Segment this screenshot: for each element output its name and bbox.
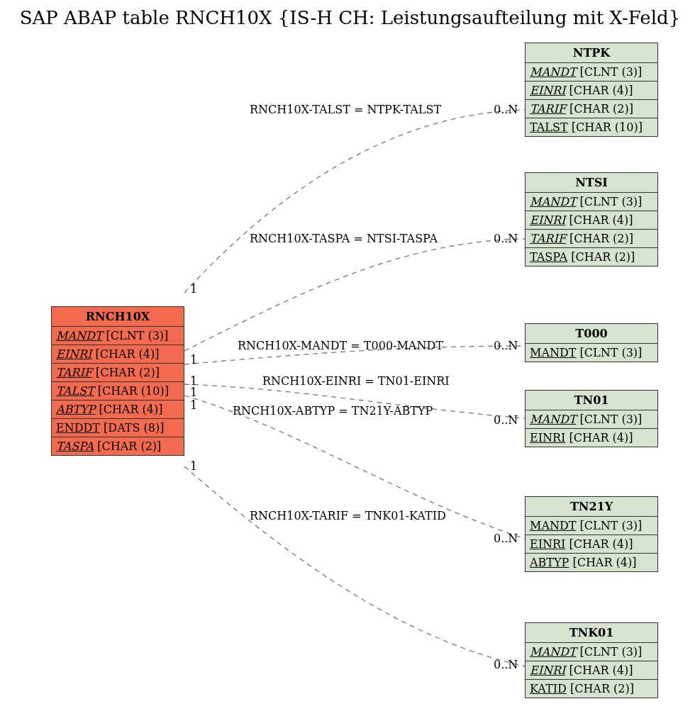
field-row: MANDT [CLNT (3)] <box>526 63 657 82</box>
relation-label: RNCH10X-TASPA = NTSI-TASPA <box>250 232 438 245</box>
field-row: ABTYP [CHAR (4)] <box>526 554 657 571</box>
entity-rnch10x: RNCH10X MANDT [CLNT (3)] EINRI [CHAR (4)… <box>51 306 184 456</box>
entity-tn01: TN01 MANDT [CLNT (3)] EINRI [CHAR (4)] <box>525 390 658 447</box>
relation-label: RNCH10X-TALST = NTPK-TALST <box>250 103 441 116</box>
field-row: EINRI [CHAR (4)] <box>526 82 657 100</box>
cardinality-one: 1 <box>190 353 197 366</box>
field-row: TARIF [CHAR (2)] <box>526 230 657 248</box>
diagram-title: SAP ABAP table RNCH10X {IS-H CH: Leistun… <box>0 7 700 28</box>
cardinality-many: 0..N <box>494 103 518 116</box>
field-row: MANDT [CLNT (3)] <box>526 193 657 211</box>
relation-label: RNCH10X-EINRI = TN01-EINRI <box>262 374 450 388</box>
field-row: EINRI [CHAR (4)] <box>526 429 657 447</box>
relation-label: RNCH10X-ABTYP = TN21Y-ABTYP <box>233 404 433 418</box>
entity-header: NTSI <box>526 173 657 193</box>
field-row: KATID [CHAR (2)] <box>526 680 657 698</box>
field-row: EINRI [CHAR (4)] <box>526 661 657 680</box>
cardinality-one: 1 <box>190 459 197 473</box>
field-row: TALST [CHAR (10)] <box>526 118 657 136</box>
field-row: TASPA [CHAR (2)] <box>526 248 657 266</box>
field-row: MANDT [CLNT (3)] <box>526 344 657 362</box>
relation-label: RNCH10X-MANDT = T000-MANDT <box>238 339 443 352</box>
entity-header: T000 <box>526 324 657 344</box>
cardinality-many: 0..N <box>494 339 518 352</box>
relation-label: RNCH10X-TARIF = TNK01-KATID <box>250 509 446 522</box>
entity-t000: T000 MANDT [CLNT (3)] <box>525 323 658 362</box>
entity-ntpk: NTPK MANDT [CLNT (3)] EINRI [CHAR (4)] T… <box>525 43 658 137</box>
field-row: TARIF [CHAR (2)] <box>526 100 657 118</box>
field-row: MANDT [CLNT (3)] <box>526 517 657 535</box>
entity-ntsi: NTSI MANDT [CLNT (3)] EINRI [CHAR (4)] T… <box>525 172 658 267</box>
field-row: TASPA [CHAR (2)] <box>52 437 184 455</box>
entity-header: TN21Y <box>526 497 657 517</box>
field-row: ENDDT [DATS (8)] <box>52 419 184 437</box>
entity-header: RNCH10X <box>52 307 184 327</box>
cardinality-many: 0..N <box>494 532 518 545</box>
field-row: MANDT [CLNT (3)] <box>52 327 184 345</box>
field-row: EINRI [CHAR (4)] <box>526 535 657 554</box>
cardinality-many: 0..N <box>494 232 518 245</box>
diagram-canvas: SAP ABAP table RNCH10X {IS-H CH: Leistun… <box>0 0 700 728</box>
cardinality-one: 1 <box>190 282 197 296</box>
field-row: TALST [CHAR (10)] <box>52 382 184 401</box>
field-row: MANDT [CLNT (3)] <box>526 410 657 429</box>
cardinality-many: 0..N <box>494 413 518 427</box>
entity-tn21y: TN21Y MANDT [CLNT (3)] EINRI [CHAR (4)] … <box>525 496 658 572</box>
cardinality-many: 0..N <box>494 658 518 671</box>
field-row: EINRI [CHAR (4)] <box>52 345 184 364</box>
entity-header: TN01 <box>526 391 657 410</box>
cardinality-one: 1 <box>190 386 197 399</box>
entity-tnk01: TNK01 MANDT [CLNT (3)] EINRI [CHAR (4)] … <box>525 622 658 698</box>
field-row: MANDT [CLNT (3)] <box>526 643 657 661</box>
field-row: EINRI [CHAR (4)] <box>526 211 657 230</box>
cardinality-one: 1 <box>190 398 197 412</box>
entity-header: NTPK <box>526 43 657 63</box>
entity-header: TNK01 <box>526 623 657 643</box>
field-row: ABTYP [CHAR (4)] <box>52 401 184 419</box>
field-row: TARIF [CHAR (2)] <box>52 364 184 382</box>
